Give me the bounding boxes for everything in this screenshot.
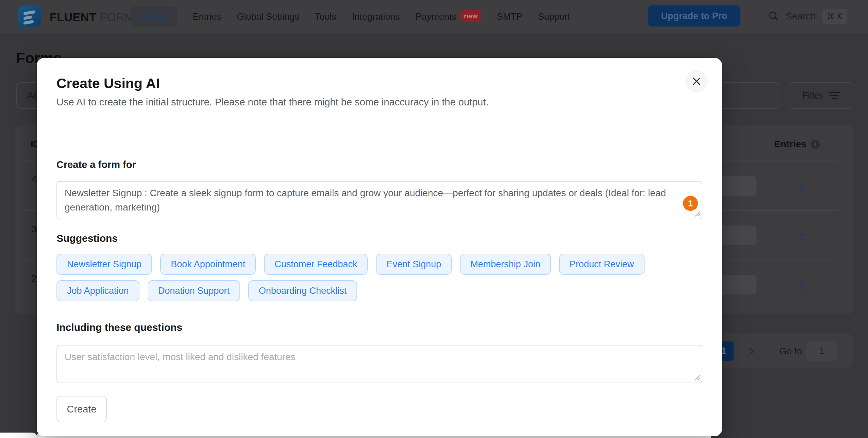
search-label: Search [786,11,816,22]
entries-header-label: Entries [774,139,806,150]
nav-item-entries[interactable]: Entries [193,12,221,22]
suggestions-row-2: Job Application Donation Support Onboard… [56,280,357,301]
suggestion-chip-customer-feedback[interactable]: Customer Feedback [264,254,368,275]
global-search-button[interactable]: Search ⌘ K [768,7,847,26]
modal-title: Create Using AI [56,75,160,91]
filter-icon [829,91,840,100]
modal-divider [56,133,702,133]
row-id-cell: 3 [31,224,37,235]
nav-item-integrations[interactable]: Integrations [352,12,400,22]
create-button[interactable]: Create [56,396,107,422]
row-entries-link[interactable]: 0 [791,181,812,192]
suggestion-chip-onboarding-checklist[interactable]: Onboarding Checklist [248,280,357,301]
suggestion-chip-book-appointment[interactable]: Book Appointment [160,254,256,275]
nav-item-smtp[interactable]: SMTP [497,12,522,22]
keyboard-shortcut-badge: ⌘ K [822,9,847,24]
logo-bars-icon [18,5,41,27]
nav-item-tools[interactable]: Tools [315,12,336,22]
brand-bold: FLUENT [50,11,96,23]
goto-label: Go to [780,346,802,357]
payments-new-badge: new [461,10,481,22]
row-id-cell: 4 [31,174,37,185]
suggestion-chip-event-signup[interactable]: Event Signup [376,254,452,275]
chevron-right-icon[interactable] [747,346,756,356]
prompt-label: Create a form for [56,159,136,170]
fluent-forms-logo-icon[interactable] [18,5,41,27]
page-bottom-corner [0,433,37,438]
modal-close-button[interactable] [685,70,708,92]
suggestions-label: Suggestions [56,233,118,244]
top-nav: FLUENT FORMS Forms Entries Global Settin… [0,0,868,33]
resize-handle-icon[interactable] [692,373,701,381]
filter-button[interactable]: Filter [789,82,853,109]
questions-textarea[interactable] [56,345,702,383]
nav-menu: Forms Entries Global Settings Tools Inte… [131,0,570,33]
resize-handle-icon[interactable] [692,209,701,217]
modal-subtitle: Use AI to create the initial structure. … [56,97,488,108]
create-using-ai-modal: Create Using AI Use AI to create the ini… [37,58,722,436]
suggestion-chip-job-application[interactable]: Job Application [56,280,139,301]
suggestion-chip-membership-join[interactable]: Membership Join [460,254,551,275]
info-icon[interactable]: i [811,140,820,149]
nav-item-global-settings[interactable]: Global Settings [237,12,299,22]
goto-page-input[interactable]: 1 [806,341,837,361]
filter-label: Filter [802,90,823,101]
suggestion-chip-newsletter-signup[interactable]: Newsletter Signup [56,254,152,275]
row-entries-link[interactable]: 2 [791,231,812,242]
column-header-entries: Entries i [774,139,820,150]
suggestions-row-1: Newsletter Signup Book Appointment Custo… [56,254,645,275]
questions-label: Including these questions [56,322,182,333]
row-entries-link[interactable]: 0 [791,280,812,291]
nav-item-forms[interactable]: Forms [131,6,177,27]
close-icon [692,77,701,86]
suggestion-chip-donation-support[interactable]: Donation Support [148,280,240,301]
upgrade-to-pro-button[interactable]: Upgrade to Pro [648,5,740,27]
search-icon [768,11,780,22]
brand-title: FLUENT FORMS [50,11,142,24]
row-id-cell: 2 [31,273,37,284]
prompt-textarea[interactable]: Newsletter Signup : Create a sleek signu… [56,181,702,219]
suggestion-chip-product-review[interactable]: Product Review [559,254,645,275]
nav-item-payments[interactable]: Payments [416,12,456,22]
nav-item-support[interactable]: Support [538,12,570,22]
app-screen: FLUENT FORMS Forms Entries Global Settin… [0,0,868,438]
